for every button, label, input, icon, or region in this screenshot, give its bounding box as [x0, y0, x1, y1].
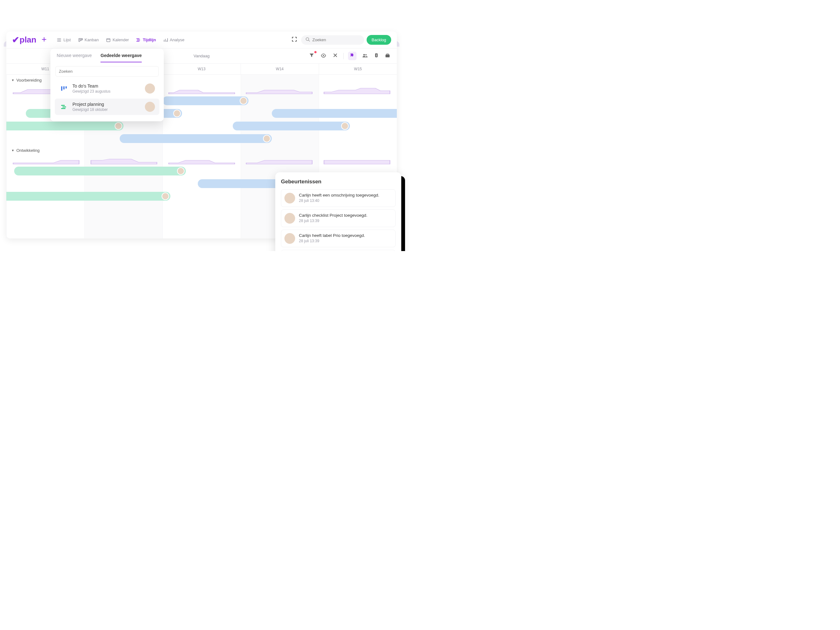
today-label[interactable]: Vandaag: [193, 54, 210, 58]
popover-item-title: Project planning: [73, 102, 141, 107]
toolbar-icons: [308, 52, 391, 60]
tab-label: Kanban: [85, 38, 99, 42]
svg-rect-11: [385, 55, 390, 57]
timeline-icon: [136, 38, 141, 42]
chevron-down-icon: ▾: [12, 78, 14, 82]
app-window: ✔plan Lijst Kanban Kalender Tijdlijn: [6, 32, 397, 238]
avatar: [263, 135, 270, 142]
tab-lijst[interactable]: Lijst: [56, 36, 72, 44]
event-date: 28 juli 13:39: [299, 219, 368, 223]
svg-rect-16: [62, 106, 66, 107]
chart-icon: [163, 38, 168, 42]
timeline-bar[interactable]: [163, 96, 248, 105]
section-label: Ontwikkeling: [16, 148, 40, 153]
avatar: [284, 193, 295, 204]
week-col: W14: [241, 64, 319, 74]
avatar: [161, 193, 169, 200]
avatar: [145, 102, 155, 112]
popover-item-title: To do's Team: [73, 84, 141, 88]
fullscreen-icon[interactable]: [290, 35, 298, 45]
event-text: Carlijn heeft een omschrijving toegevoeg…: [299, 193, 379, 197]
avatar: [240, 97, 247, 104]
svg-rect-2: [82, 38, 82, 40]
svg-rect-1: [80, 38, 82, 41]
tab-kalender[interactable]: Kalender: [105, 36, 130, 44]
event-text: Carlijn heeft label Prio toegevoegd.: [299, 233, 365, 238]
add-button[interactable]: [39, 35, 49, 45]
event-item[interactable]: Carlijn checklist Project toegevoegd. 28…: [281, 210, 396, 227]
svg-rect-13: [63, 86, 65, 90]
avatar: [284, 233, 295, 244]
svg-rect-10: [376, 55, 377, 57]
svg-point-5: [323, 55, 324, 56]
info-icon[interactable]: [373, 52, 379, 60]
popover-item-todos[interactable]: To do's Team Gewijzigd 23 augustus: [55, 81, 159, 97]
popover-item-sub: Gewijzigd 18 oktober: [73, 107, 141, 112]
event-item[interactable]: Carlijn heeft een omschrijving toegevoeg…: [281, 189, 396, 207]
view-popover: Nieuwe weergave Gedeelde weergave To do'…: [51, 49, 164, 121]
svg-rect-0: [79, 38, 80, 41]
kanban-color-icon: [59, 84, 69, 93]
filter-badge: [314, 51, 317, 53]
tab-analyse[interactable]: Analyse: [162, 36, 186, 44]
tab-tijdlijn[interactable]: Tijdlijn: [135, 36, 157, 44]
tab-kanban[interactable]: Kanban: [77, 36, 100, 44]
event-item[interactable]: Carlijn heeft Project 8943 aangemaakt 28…: [281, 250, 396, 251]
timeline-bar[interactable]: [6, 122, 123, 130]
avatar: [115, 122, 122, 130]
popover-item-sub: Gewijzigd 23 augustus: [73, 89, 141, 93]
view-tabs: Lijst Kanban Kalender Tijdlijn Analyse: [56, 36, 186, 44]
svg-point-7: [365, 54, 366, 55]
filter-icon[interactable]: [308, 52, 315, 60]
section-ontwikkeling[interactable]: ▾ Ontwikkeling: [6, 145, 397, 156]
tab-label: Tijdlijn: [143, 38, 156, 42]
svg-rect-17: [61, 108, 66, 109]
popover-search[interactable]: [55, 66, 159, 77]
search-icon: [306, 37, 310, 43]
avatar: [341, 122, 349, 130]
popover-tabs: Nieuwe weergave Gedeelde weergave: [51, 49, 164, 62]
tab-label: Kalender: [112, 38, 129, 42]
popover-tab-gedeelde[interactable]: Gedeelde weergave: [101, 53, 142, 62]
briefcase-icon[interactable]: [384, 52, 391, 60]
tools-icon[interactable]: [332, 52, 339, 60]
backlog-button[interactable]: Backlog: [366, 35, 391, 45]
popover-search-field[interactable]: [55, 66, 159, 77]
kanban-icon: [79, 38, 83, 42]
chevron-down-icon: ▾: [12, 148, 14, 152]
puzzle-icon[interactable]: [348, 52, 357, 60]
topbar: ✔plan Lijst Kanban Kalender Tijdlijn: [6, 32, 397, 49]
timeline-bar[interactable]: [120, 134, 272, 143]
avatar: [284, 213, 295, 224]
calendar-icon: [106, 38, 111, 42]
svg-rect-12: [61, 86, 62, 91]
tab-label: Lijst: [63, 38, 71, 42]
tab-label: Analyse: [170, 38, 184, 42]
popover-item-project[interactable]: Project planning Gewijzigd 18 oktober: [55, 99, 159, 115]
svg-rect-14: [66, 86, 67, 88]
logo: ✔plan: [12, 35, 36, 45]
svg-point-6: [363, 54, 365, 55]
team-icon[interactable]: [361, 52, 369, 60]
week-col: W15: [319, 64, 397, 74]
timeline-bar[interactable]: [14, 167, 186, 175]
timeline-bar[interactable]: [6, 192, 171, 201]
logo-check-icon: ✔: [12, 35, 19, 45]
search-input[interactable]: [301, 35, 364, 45]
search-field[interactable]: [313, 38, 360, 42]
timeline-bar[interactable]: [233, 122, 350, 130]
event-item[interactable]: Carlijn heeft label Prio toegevoegd. 28 …: [281, 230, 396, 247]
capacity-row: [6, 156, 397, 165]
avatar: [177, 167, 185, 175]
eye-icon[interactable]: [320, 52, 327, 60]
svg-point-4: [306, 38, 309, 40]
timeline-color-icon: [59, 102, 69, 112]
event-text: Carlijn checklist Project toegevoegd.: [299, 213, 368, 218]
week-col: W13: [162, 64, 240, 74]
svg-rect-3: [107, 38, 110, 41]
timeline-bar[interactable]: [272, 109, 397, 118]
popover-tab-nieuwe[interactable]: Nieuwe weergave: [57, 53, 92, 62]
svg-rect-15: [61, 105, 65, 106]
avatar: [145, 84, 155, 93]
events-title: Gebeurtenissen: [281, 178, 396, 185]
